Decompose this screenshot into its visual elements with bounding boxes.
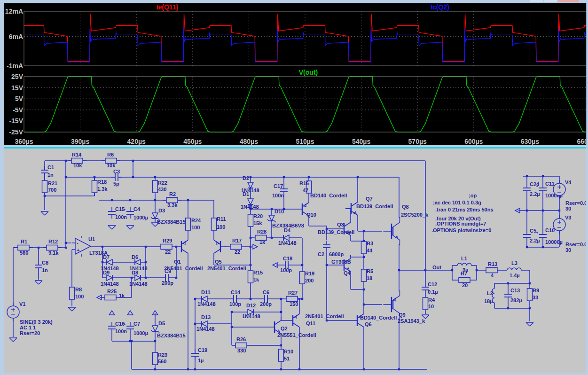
component-L3[interactable]: L31.4µ	[504, 260, 524, 278]
schematic-text[interactable]: AC 1 1	[20, 325, 36, 330]
waveform-plot[interactable]: 12mA6mA-1mAIe(Q11)Ic(Q2)25V15V5V-5V-15V-…	[4, 3, 586, 145]
component-C5[interactable]: C52.2µ	[523, 228, 540, 243]
component-C1[interactable]: C11n	[40, 164, 54, 178]
component-R1[interactable]: R1560	[14, 239, 33, 256]
schematic-text[interactable]: Rser=20	[20, 330, 40, 336]
schematic-text[interactable]: ;op	[469, 193, 477, 198]
component-R9[interactable]: R933	[527, 285, 540, 304]
component-name: L1	[461, 256, 467, 261]
component-R5[interactable]: R518	[361, 266, 374, 285]
component-R7[interactable]: R720	[455, 271, 474, 288]
schematic-text[interactable]: 30	[565, 247, 571, 253]
component-ground-symbol[interactable]	[9, 338, 17, 342]
component-name: C5	[530, 228, 536, 234]
component-D13[interactable]: D131N4148	[196, 314, 215, 332]
component-C15[interactable]: C15100n	[108, 206, 127, 220]
component-D10[interactable]: D10BZX384B6V8	[267, 209, 304, 228]
component-D4[interactable]: D41N4148	[278, 227, 297, 246]
component-name: C16	[115, 321, 125, 327]
component-R2[interactable]: R23.3k	[163, 191, 181, 208]
component-R15[interactable]: R151k	[248, 267, 263, 286]
component-D5[interactable]: D5BZX384B15	[151, 320, 186, 338]
component-C4[interactable]: C41000µ	[124, 206, 148, 220]
x-axis-label: 540µs	[352, 138, 370, 145]
component-port-arrow-icon[interactable]	[109, 311, 115, 315]
component-Q6[interactable]: Q6BD140_Cordell	[352, 310, 397, 331]
component-C7[interactable]: C71000µ	[124, 321, 148, 336]
waveform-window[interactable]: 12mA6mA-1mAIe(Q11)Ic(Q2)25V15V5V-5V-15V-…	[4, 3, 587, 145]
component-R12[interactable]: R129.1k	[43, 239, 62, 256]
schematic-text[interactable]: Out	[432, 265, 441, 270]
component-C17[interactable]: C17100n	[272, 183, 288, 198]
component-C13[interactable]: C13282µ	[504, 288, 522, 303]
component-ground-symbol[interactable]	[68, 307, 76, 311]
schematic-text[interactable]: SINE(0 3 20k)	[20, 319, 53, 325]
component-port-arrow-icon[interactable]	[253, 244, 258, 249]
component-R13[interactable]: R134	[482, 261, 501, 278]
component-C3[interactable]: C35p	[111, 169, 122, 187]
component-value: 1N4148	[242, 313, 260, 319]
maximize-button[interactable]	[544, 0, 557, 2]
component-D11[interactable]: D111N4148	[197, 289, 216, 307]
component-ground-symbol[interactable]	[108, 226, 116, 229]
component-C12[interactable]: C120.1µ	[421, 281, 438, 295]
schematic-window[interactable]: C11nR21700R1410kR610kR181.3kC35pR22430R2…	[4, 147, 586, 373]
x-axis-label: 660µs	[577, 138, 586, 145]
component-port-arrow-icon[interactable]	[127, 311, 133, 315]
component-R10[interactable]: R1051	[279, 346, 294, 365]
component-ground-symbol[interactable]	[41, 211, 48, 215]
component-R6[interactable]: R610k	[102, 152, 120, 168]
schematic-text[interactable]: .OPTIONS numdgt=7	[435, 221, 486, 227]
component-R21[interactable]: R21700	[42, 177, 58, 196]
component-value: 560	[158, 359, 166, 364]
component-C2[interactable]: C26800p	[318, 241, 344, 257]
component-R22[interactable]: R22430	[153, 177, 168, 196]
component-D9[interactable]: D91N4148	[101, 270, 119, 287]
component-R23[interactable]: R23560	[153, 349, 168, 368]
component-ground-symbol[interactable]	[126, 226, 134, 229]
component-C19[interactable]: C191µ	[191, 347, 207, 363]
component-V1[interactable]: V1	[7, 301, 25, 321]
component-C16[interactable]: C16100n	[108, 321, 127, 334]
component-R11[interactable]: R11100	[212, 215, 226, 234]
component-D6[interactable]: D61N4148	[129, 254, 148, 271]
component-ground-symbol[interactable]	[35, 281, 42, 284]
component-C6[interactable]: C6200p	[260, 289, 272, 307]
component-L1[interactable]: L13µ	[455, 256, 474, 273]
component-Q8[interactable]: Q82SC5200_k	[383, 204, 429, 245]
schematic-text[interactable]: .tran 0 21ms 20ms 50ns	[435, 207, 494, 212]
component-D12[interactable]: D121N4148	[242, 303, 260, 319]
schematic-text[interactable]: .OPTIONS plotwinsize=0	[431, 227, 491, 233]
component-D3[interactable]: D3BZX384B15	[151, 208, 186, 225]
component-R29[interactable]: R2922	[157, 238, 176, 255]
component-R26[interactable]: R26330	[232, 336, 251, 353]
component-R19[interactable]: R19200	[300, 268, 315, 287]
component-D1[interactable]: D11N4148	[241, 191, 259, 210]
component-V3[interactable]: V3	[553, 215, 571, 234]
component-R28[interactable]: R281k	[251, 229, 270, 245]
component-R8[interactable]: R8100	[70, 284, 84, 303]
component-Q7[interactable]: Q7BD139_Cordell	[345, 196, 393, 219]
schematic-text[interactable]: ;ac dec 101 0.1 0.3g	[433, 200, 481, 205]
component-Q10[interactable]: Q10BD140_Cordell	[297, 193, 347, 219]
component-C8[interactable]: C81n	[34, 260, 48, 273]
component-R4[interactable]: R410	[423, 294, 435, 313]
component-C24[interactable]: C242.2µ	[523, 181, 540, 197]
schematic-text[interactable]: Rser=0.05	[565, 242, 586, 247]
minimize-button[interactable]	[530, 0, 543, 2]
close-button[interactable]	[558, 0, 579, 2]
component-ground-symbol[interactable]	[526, 322, 533, 326]
component-R16[interactable]: R1647	[299, 178, 312, 196]
component-C18[interactable]: C18100p	[280, 256, 292, 273]
schematic-text[interactable]: Rser=0.05	[565, 200, 586, 206]
component-R17[interactable]: R1722	[227, 238, 245, 255]
component-R20[interactable]: R2015k	[248, 211, 263, 230]
component-R25[interactable]: R251k	[101, 289, 125, 300]
component-name: D5	[158, 320, 165, 326]
schematic-text[interactable]: 30	[565, 206, 571, 211]
component-R14[interactable]: R1410k	[68, 152, 86, 168]
component-C14[interactable]: C14100p	[229, 289, 241, 307]
component-R24[interactable]: R24100	[186, 215, 202, 234]
component-L2[interactable]: L218µ	[484, 286, 494, 305]
component-R18[interactable]: R181.3k	[92, 177, 108, 196]
